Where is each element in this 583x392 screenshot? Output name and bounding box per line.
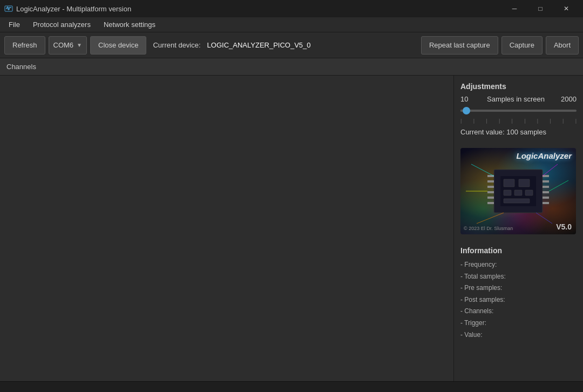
close-device-button[interactable]: Close device <box>90 36 146 55</box>
logo-version: V5.0 <box>556 222 572 231</box>
svg-rect-30 <box>504 190 511 195</box>
adjustments-title: Adjustments <box>460 82 577 91</box>
svg-rect-12 <box>487 191 494 193</box>
svg-rect-29 <box>519 179 530 187</box>
right-panel: Adjustments 10 Samples in screen 2000 | … <box>453 76 583 392</box>
current-value-label: Current value: <box>460 128 505 136</box>
info-total-samples: - Total samples: <box>460 271 577 283</box>
svg-rect-17 <box>543 186 549 188</box>
svg-rect-20 <box>543 202 549 204</box>
information-section: Information - Frequency: - Total samples… <box>460 246 577 341</box>
waveform-area[interactable] <box>0 76 453 392</box>
channels-header: Channels <box>0 58 583 76</box>
window-controls[interactable]: ─ □ ✕ <box>502 0 579 17</box>
menu-protocol-analyzers[interactable]: Protocol analyzers <box>26 18 97 31</box>
info-pre-samples: - Pre samples: <box>460 282 577 294</box>
samples-max-label: 2000 <box>560 95 577 103</box>
status-bar <box>0 381 583 392</box>
app-title: LogicAnalyzer - Multiplatform version <box>16 5 131 13</box>
svg-rect-31 <box>514 190 522 195</box>
com-port-select[interactable]: COM6 ▼ <box>49 36 87 55</box>
current-value: 100 samples <box>506 128 546 136</box>
svg-line-26 <box>536 213 552 224</box>
info-channels: - Channels: <box>460 306 577 317</box>
svg-rect-33 <box>504 199 530 203</box>
info-value: - Value: <box>460 329 577 341</box>
slider-ticks: | | | | | | | | | | <box>460 118 577 124</box>
slider-track <box>460 110 577 112</box>
info-frequency: - Frequency: <box>460 259 577 271</box>
main-content: Adjustments 10 Samples in screen 2000 | … <box>0 76 583 392</box>
svg-rect-10 <box>487 180 494 183</box>
svg-rect-13 <box>487 197 494 199</box>
channels-label: Channels <box>6 63 36 71</box>
adjustments-section: Adjustments 10 Samples in screen 2000 | … <box>460 82 577 141</box>
logo-title: LogicAnalyzer <box>516 151 572 160</box>
svg-rect-18 <box>543 191 549 193</box>
chevron-down-icon: ▼ <box>77 42 82 48</box>
minimize-button[interactable]: ─ <box>502 0 527 17</box>
samples-min-label: 10 <box>460 95 471 103</box>
menu-network-settings[interactable]: Network settings <box>97 18 162 31</box>
menu-file[interactable]: File <box>2 18 26 31</box>
capture-button[interactable]: Capture <box>501 36 543 55</box>
svg-line-24 <box>549 180 568 191</box>
samples-slider-container[interactable]: | | | | | | | | | | <box>460 110 577 124</box>
title-bar: LogicAnalyzer - Multiplatform version ─ … <box>0 0 583 17</box>
samples-in-screen-label: Samples in screen <box>476 95 556 103</box>
svg-rect-14 <box>487 202 494 204</box>
logo-copyright: © 2023 El Dr. Slusman <box>464 226 513 231</box>
svg-rect-28 <box>504 179 514 187</box>
refresh-button[interactable]: Refresh <box>4 36 45 55</box>
repeat-last-capture-button[interactable]: Repeat last capture <box>421 36 498 55</box>
samples-row: 10 Samples in screen 2000 <box>460 95 577 103</box>
close-button[interactable]: ✕ <box>554 0 579 17</box>
abort-button[interactable]: Abort <box>546 36 579 55</box>
device-name: LOGIC_ANALYZER_PICO_V5_0 <box>207 41 311 49</box>
app-icon <box>4 4 13 13</box>
menu-bar: File Protocol analyzers Network settings <box>0 17 583 32</box>
svg-line-22 <box>543 164 558 176</box>
svg-rect-32 <box>525 190 533 195</box>
device-label-prefix: Current device: <box>153 41 200 49</box>
svg-line-25 <box>477 213 504 224</box>
toolbar: Refresh COM6 ▼ Close device Current devi… <box>0 32 583 58</box>
logo-image: LogicAnalyzer V5.0 © 2023 El Dr. Slusman <box>460 148 576 234</box>
com-port-value: COM6 <box>53 41 74 49</box>
info-trigger: - Trigger: <box>460 317 577 329</box>
information-title: Information <box>460 246 577 255</box>
svg-rect-16 <box>543 180 549 183</box>
svg-rect-19 <box>543 197 549 199</box>
current-value-row: Current value: 100 samples <box>460 128 577 136</box>
maximize-button[interactable]: □ <box>528 0 553 17</box>
slider-thumb[interactable] <box>463 107 470 114</box>
svg-line-21 <box>471 164 494 176</box>
info-post-samples: - Post samples: <box>460 294 577 306</box>
title-bar-left: LogicAnalyzer - Multiplatform version <box>4 4 131 13</box>
svg-rect-11 <box>487 186 494 188</box>
